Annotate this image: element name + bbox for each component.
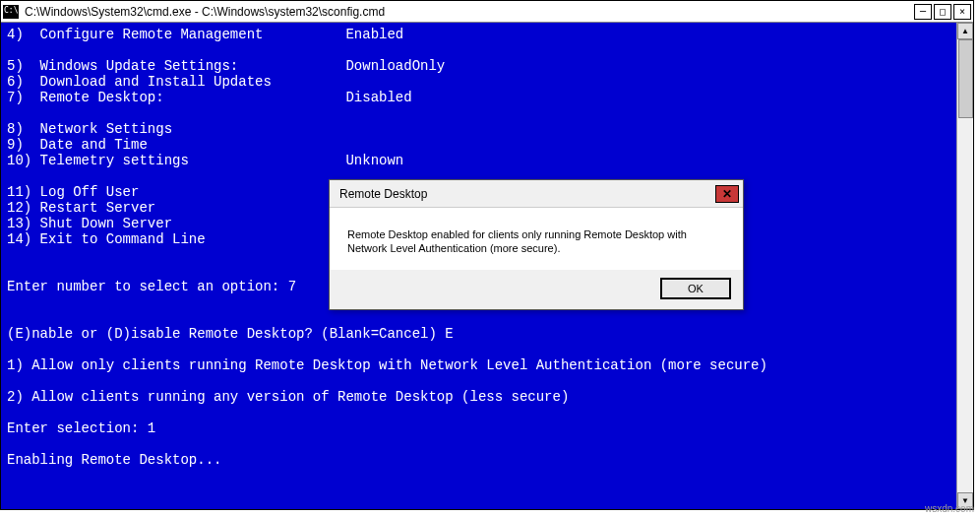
scroll-thumb[interactable] [958, 39, 973, 118]
remote-desktop-dialog: Remote Desktop ✕ Remote Desktop enabled … [329, 179, 744, 310]
titlebar: C:\Windows\System32\cmd.exe - C:\Windows… [1, 1, 973, 23]
close-button[interactable]: × [953, 4, 971, 20]
dialog-footer: OK [330, 270, 743, 309]
window-title: C:\Windows\System32\cmd.exe - C:\Windows… [25, 5, 914, 19]
dialog-close-button[interactable]: ✕ [715, 185, 739, 203]
vertical-scrollbar[interactable]: ▲ ▼ [956, 23, 973, 509]
window-controls: ─ □ × [914, 4, 971, 20]
watermark: wsxdn.com [925, 503, 974, 514]
scroll-up-button[interactable]: ▲ [957, 23, 973, 39]
maximize-button[interactable]: □ [934, 4, 951, 20]
cmd-icon [3, 5, 19, 19]
dialog-title: Remote Desktop [339, 187, 427, 201]
minimize-button[interactable]: ─ [914, 4, 932, 20]
dialog-titlebar: Remote Desktop ✕ [330, 180, 743, 208]
ok-button[interactable]: OK [660, 278, 731, 299]
dialog-message: Remote Desktop enabled for clients only … [330, 208, 743, 270]
